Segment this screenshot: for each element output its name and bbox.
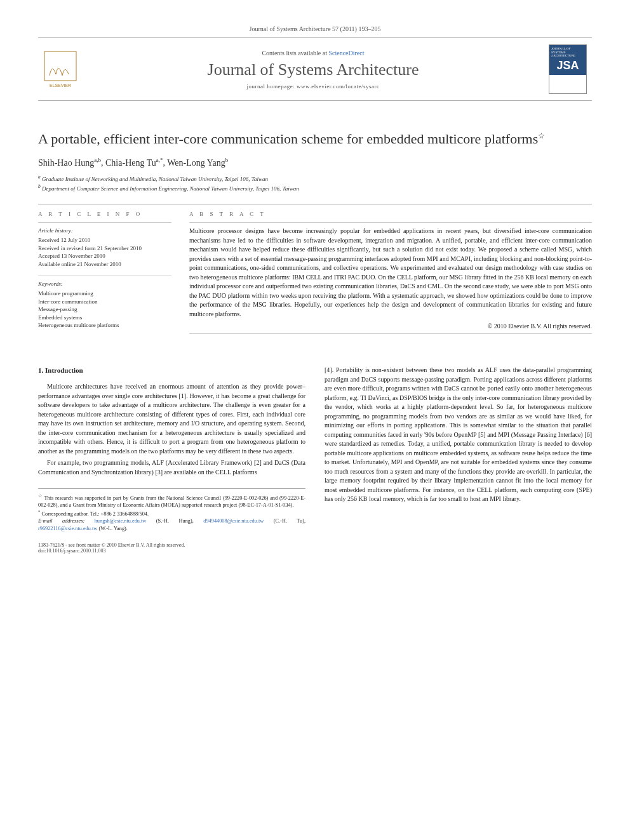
cover-small-text: JOURNAL OF SYSTEMS ARCHITECTURE: [551, 47, 584, 58]
author-3: Wen-Long Yang: [167, 157, 225, 167]
affiliations: a Graduate Institute of Networking and M…: [38, 174, 592, 192]
abstract: A B S T R A C T Multicore processor desi…: [189, 211, 592, 338]
title-text: A portable, efficient inter-core communi…: [38, 131, 538, 147]
keyword-3: Message-passing: [38, 305, 171, 314]
authors-line: Shih-Hao Hunga,b, Chia-Heng Tua,*, Wen-L…: [38, 157, 592, 168]
keyword-4: Embedded systems: [38, 314, 171, 322]
intro-p3: [4]. Portability is non-existent between…: [325, 366, 592, 504]
abstract-copyright: © 2010 Elsevier B.V. All rights reserved…: [189, 323, 592, 330]
article-info: A R T I C L E I N F O Article history: R…: [38, 211, 171, 338]
affil-a-text: Graduate Institute of Networking and Mul…: [42, 176, 268, 182]
journal-homepage: journal homepage: www.elsevier.com/locat…: [86, 83, 540, 90]
homepage-url[interactable]: www.elsevier.com/locate/sysarc: [297, 83, 379, 90]
article-title: A portable, efficient inter-core communi…: [38, 130, 592, 148]
footnote-funding: ☆ This research was supported in part by…: [38, 493, 305, 509]
author-3-marks: b: [225, 157, 229, 163]
footer-doi: doi:10.1016/j.sysarc.2010.11.003: [38, 548, 592, 554]
journal-cover-icon: JOURNAL OF SYSTEMS ARCHITECTURE JSA: [549, 44, 587, 94]
email-2-who: (C.-H. Tu): [274, 518, 304, 524]
title-funding-mark: ☆: [538, 131, 545, 140]
citation-line: Journal of Systems Architecture 57 (2011…: [38, 25, 592, 32]
email-label: E-mail addresses:: [38, 518, 84, 524]
history-accepted: Accepted 13 November 2010: [38, 252, 171, 260]
info-abstract-row: A R T I C L E I N F O Article history: R…: [38, 211, 592, 338]
keywords-block: Keywords: Multicore programming Inter-co…: [38, 280, 171, 330]
keyword-5: Heterogeneous multicore platforms: [38, 321, 171, 330]
intro-p1: Multicore architectures have received an…: [38, 382, 305, 456]
corr-text: Corresponding author. Tel.: +886 2 33664…: [42, 511, 149, 517]
column-left: 1. Introduction Multicore architectures …: [38, 366, 305, 531]
history-head: Article history:: [38, 227, 171, 235]
page: Journal of Systems Architecture 57 (2011…: [0, 0, 630, 573]
cover-big-text: JSA: [549, 59, 586, 72]
abstract-head: A B S T R A C T: [189, 211, 592, 217]
body-columns: 1. Introduction Multicore architectures …: [38, 366, 592, 531]
column-right: [4]. Portability is non-existent between…: [325, 366, 592, 531]
funding-mark: ☆: [38, 493, 43, 498]
history-online: Available online 21 November 2010: [38, 260, 171, 269]
abstract-text: Multicore processor designs have become …: [189, 227, 592, 319]
contents-available: Contents lists available at ScienceDirec…: [86, 50, 540, 57]
keyword-1: Multicore programming: [38, 290, 171, 298]
email-3[interactable]: r96922116@csie.ntu.edu.tw: [38, 526, 97, 531]
footer: 1383-7621/$ - see front matter © 2010 El…: [38, 542, 592, 554]
rule-1: [38, 204, 592, 204]
funding-text: This research was supported in part by G…: [38, 495, 305, 508]
email-2[interactable]: d94944008@csie.ntu.edu.tw: [203, 518, 264, 524]
sciencedirect-link[interactable]: ScienceDirect: [328, 50, 364, 57]
svg-rect-0: [44, 51, 76, 81]
header-center: Contents lists available at ScienceDirec…: [86, 50, 540, 90]
affil-b-text: Department of Computer Science and Infor…: [42, 185, 299, 192]
footnote-corresponding: * Corresponding author. Tel.: +886 2 336…: [38, 509, 305, 517]
author-1-marks: a,b: [94, 157, 101, 163]
author-2: Chia-Heng Tu: [105, 157, 156, 167]
affiliation-b: b Department of Computer Science and Inf…: [38, 183, 592, 193]
journal-title: Journal of Systems Architecture: [86, 60, 540, 79]
elsevier-label: ELSEVIER: [50, 83, 71, 88]
email-1-who: (S.-H. Hung): [156, 518, 192, 524]
article-info-head: A R T I C L E I N F O: [38, 211, 171, 217]
author-1: Shih-Hao Hung: [38, 157, 94, 167]
contents-prefix: Contents lists available at: [262, 50, 328, 57]
footnote-emails: E-mail addresses: hungsh@csie.ntu.edu.tw…: [38, 517, 305, 531]
affil-a-mark: a: [38, 174, 41, 180]
keyword-2: Inter-core communication: [38, 298, 171, 306]
journal-header: ELSEVIER Contents lists available at Sci…: [38, 37, 592, 101]
history-block: Article history: Received 12 July 2010 R…: [38, 227, 171, 268]
section-1-head: 1. Introduction: [38, 366, 305, 376]
history-received: Received 12 July 2010: [38, 236, 171, 244]
corr-mark: *: [38, 509, 40, 514]
keywords-head: Keywords:: [38, 280, 171, 288]
footer-issn: 1383-7621/$ - see front matter © 2010 El…: [38, 542, 592, 548]
affil-b-mark: b: [38, 183, 41, 189]
homepage-prefix: journal homepage:: [247, 83, 297, 90]
intro-p2: For example, two programming models, ALF…: [38, 458, 305, 477]
email-1[interactable]: hungsh@csie.ntu.edu.tw: [95, 518, 147, 524]
elsevier-logo-icon: ELSEVIER: [43, 50, 77, 88]
author-2-marks: a,*: [156, 157, 163, 163]
footnotes: ☆ This research was supported in part by…: [38, 488, 305, 531]
affiliation-a: a Graduate Institute of Networking and M…: [38, 174, 592, 183]
email-3-who: (W.-L. Yang): [98, 526, 126, 531]
history-revised: Received in revised form 21 September 20…: [38, 244, 171, 253]
